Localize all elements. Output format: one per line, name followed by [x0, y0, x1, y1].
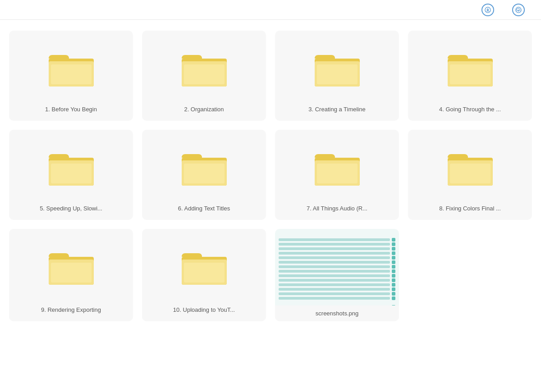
screenshot-label: screenshots.png [312, 305, 362, 321]
folder-label: 10. Uploading to YouT... [173, 306, 235, 314]
folder-card-2[interactable]: 2. Organization [142, 31, 266, 121]
main-content: 1. Before You Begin 2. Organization 3. C… [0, 20, 541, 332]
folder-card-7[interactable]: 7. All Things Audio (R... [275, 130, 399, 220]
folder-card-9[interactable]: 9. Rendering Exporting [9, 229, 133, 321]
svg-rect-28 [51, 263, 92, 283]
folder-card-1[interactable]: 1. Before You Begin [9, 31, 133, 121]
folder-label: 7. All Things Audio (R... [307, 205, 367, 213]
folder-label: 2. Organization [184, 105, 224, 114]
folder-label: 8. Fixing Colors Final ... [439, 205, 501, 213]
svg-rect-22 [317, 164, 358, 183]
svg-rect-16 [51, 164, 92, 183]
folder-label: 1. Before You Begin [45, 105, 97, 114]
screenshot-preview [275, 229, 399, 305]
download-zip-button[interactable] [478, 2, 501, 18]
import-cloud-button[interactable] [509, 2, 532, 18]
cloud-import-icon [512, 4, 525, 16]
screenshot-card[interactable]: screenshots.png [275, 229, 399, 321]
svg-rect-7 [184, 64, 225, 84]
svg-rect-19 [184, 164, 225, 183]
header-actions [478, 2, 532, 18]
folder-card-8[interactable]: 8. Fixing Colors Final ... [408, 130, 532, 220]
svg-rect-4 [51, 64, 92, 84]
svg-rect-25 [450, 164, 491, 183]
folder-card-3[interactable]: 3. Creating a Timeline [275, 31, 399, 121]
svg-rect-13 [450, 64, 491, 84]
folder-label: 4. Going Through the ... [439, 105, 501, 114]
folder-card-10[interactable]: 10. Uploading to YouT... [142, 229, 266, 321]
folder-card-6[interactable]: 6. Adding Text Titles [142, 130, 266, 220]
folder-label: 6. Adding Text Titles [178, 205, 230, 213]
folder-label: 5. Speeding Up, Slowi... [40, 205, 102, 213]
header [0, 0, 541, 20]
folder-card-5[interactable]: 5. Speeding Up, Slowi... [9, 130, 133, 220]
folder-card-4[interactable]: 4. Going Through the ... [408, 31, 532, 121]
svg-rect-31 [184, 263, 225, 283]
svg-rect-10 [317, 64, 358, 84]
download-icon [481, 4, 494, 16]
folder-label: 9. Rendering Exporting [41, 306, 101, 314]
folder-label: 3. Creating a Timeline [308, 105, 365, 114]
files-grid: 1. Before You Begin 2. Organization 3. C… [9, 31, 532, 321]
